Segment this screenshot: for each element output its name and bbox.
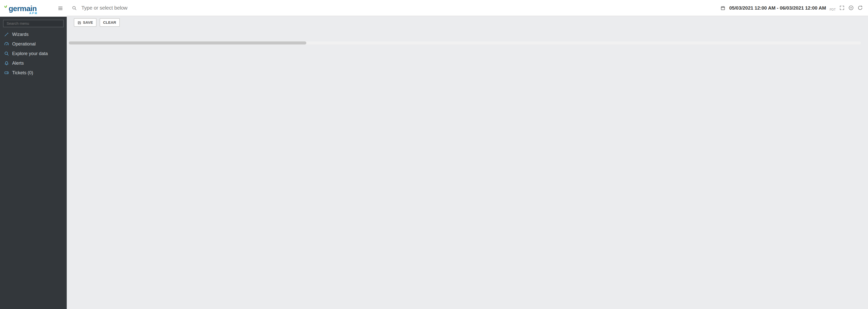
brand-sub-text: APM	[29, 11, 38, 14]
global-search-input[interactable]	[81, 4, 526, 11]
timezone-label: PDT	[830, 8, 836, 11]
sidebar-item-label: Wizards	[12, 32, 29, 37]
clear-label: CLEAR	[103, 20, 116, 25]
refresh-icon[interactable]	[857, 5, 863, 10]
horizontal-scrollbar[interactable]	[69, 41, 861, 44]
wand-icon	[4, 32, 9, 37]
dashboard-toolbar	[67, 29, 868, 40]
save-disk-icon	[78, 21, 82, 25]
sidebar: germain APM WizardsOperationalExplore yo…	[0, 0, 67, 309]
sidebar-item-label: Tickets (0)	[12, 70, 33, 75]
search-icon	[4, 51, 9, 56]
scrollbar-thumb[interactable]	[69, 41, 306, 44]
dashboard-grid	[67, 40, 868, 40]
leaf-icon	[4, 4, 8, 8]
main-area: 05/03/2021 12:00 AM - 06/03/2021 12:00 A…	[67, 0, 868, 309]
filter-bar: SAVE CLEAR	[67, 16, 868, 29]
sidebar-search	[3, 20, 64, 27]
date-range[interactable]: 05/03/2021 12:00 AM - 06/03/2021 12:00 A…	[729, 5, 826, 10]
search-icon	[72, 5, 77, 10]
gauge-icon	[4, 41, 9, 46]
clear-button[interactable]: CLEAR	[100, 18, 120, 27]
sidebar-item-label: Alerts	[12, 60, 24, 65]
hamburger-menu-icon[interactable]	[58, 5, 63, 11]
fullscreen-icon[interactable]	[839, 5, 845, 10]
calendar-icon[interactable]	[721, 5, 726, 10]
logo-row: germain APM	[0, 0, 67, 17]
sidebar-item-label: Explore your data	[12, 51, 48, 56]
sidebar-item-wizards[interactable]: Wizards	[0, 29, 67, 39]
save-button[interactable]: SAVE	[74, 18, 97, 27]
sidebar-item-tickets-0[interactable]: Tickets (0)	[0, 68, 67, 77]
global-search	[81, 4, 717, 11]
sidebar-nav: WizardsOperationalExplore your dataAlert…	[0, 29, 67, 77]
sidebar-item-alerts[interactable]: Alerts	[0, 58, 67, 68]
brand-text: germain	[9, 4, 37, 12]
sidebar-item-explore-your-data[interactable]: Explore your data	[0, 49, 67, 58]
sidebar-search-input[interactable]	[6, 21, 61, 26]
sidebar-item-operational[interactable]: Operational	[0, 39, 67, 49]
topbar-right: 05/03/2021 12:00 AM - 06/03/2021 12:00 A…	[721, 4, 863, 11]
topbar: 05/03/2021 12:00 AM - 06/03/2021 12:00 A…	[67, 0, 868, 16]
play-icon[interactable]	[848, 5, 854, 10]
sidebar-item-label: Operational	[12, 41, 36, 46]
bell-icon	[4, 60, 9, 65]
app-root: germain APM WizardsOperationalExplore yo…	[0, 0, 868, 309]
save-label: SAVE	[83, 20, 93, 25]
ticket-icon	[4, 70, 9, 75]
app-logo[interactable]: germain APM	[4, 4, 37, 12]
